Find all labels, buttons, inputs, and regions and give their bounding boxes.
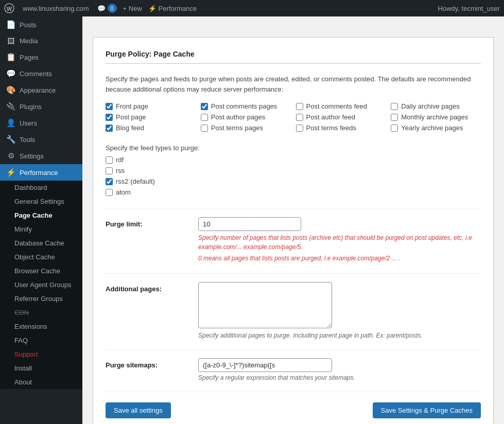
purge-limit-input[interactable]: [198, 217, 301, 231]
checkbox-atom[interactable]: atom: [106, 188, 481, 196]
submenu-dashboard[interactable]: Dashboard: [0, 181, 82, 195]
media-icon: 🖼: [6, 37, 15, 45]
howdy-text: Howdy, tecmint_user: [438, 5, 500, 12]
svg-text:W: W: [7, 6, 12, 12]
checkbox-monthly-archive[interactable]: Monthly archive pages: [391, 113, 481, 121]
checkbox-post-comments-feed[interactable]: Post comments feed: [296, 102, 386, 110]
additional-pages-label: Additional pages:: [106, 282, 188, 293]
sidebar-item-comments[interactable]: 💬 Comments: [0, 65, 82, 82]
top-bar-actions: 💬 0 + New ⚡ Performance: [97, 4, 197, 13]
checkbox-yearly-archive[interactable]: Yearly archive pages: [391, 124, 481, 132]
users-icon: 👤: [6, 118, 15, 128]
sidebar-item-appearance[interactable]: 🎨 Appearance: [0, 82, 82, 98]
main-content: Purge Policy: Page Cache Specify the pag…: [82, 16, 504, 424]
sidebar-item-settings[interactable]: ⚙ Settings: [0, 148, 82, 164]
submenu-about[interactable]: About: [0, 375, 82, 389]
settings-icon: ⚙: [6, 151, 15, 161]
comment-icon: 💬: [97, 5, 106, 12]
checkbox-rss[interactable]: rss: [106, 167, 481, 174]
checkbox-daily-archive[interactable]: Daily archive pages: [391, 102, 481, 110]
performance-plugin-link[interactable]: ⚡ Performance: [148, 5, 197, 12]
submenu-support[interactable]: Support: [0, 347, 82, 361]
purge-limit-help1: Specify number of pages that lists posts…: [198, 233, 481, 252]
comments-nav-icon: 💬: [6, 69, 15, 78]
submenu-user-agent-groups[interactable]: User Agent Groups: [0, 278, 82, 292]
sidebar: 📄 Posts 🖼 Media 📋 Pages 💬 Comments 🎨 App…: [0, 16, 82, 424]
sidebar-item-media[interactable]: 🖼 Media: [0, 33, 82, 49]
site-link[interactable]: www.linuxsharing.com: [23, 5, 89, 12]
additional-pages-textarea[interactable]: [198, 282, 332, 328]
feed-types-section: Specify the feed types to purge: rdf rss…: [106, 144, 481, 196]
submenu-install[interactable]: Install: [0, 361, 82, 375]
submenu-minify[interactable]: Minify: [0, 222, 82, 236]
performance-icon: ⚡: [148, 5, 157, 12]
new-button[interactable]: + New: [123, 5, 142, 12]
purge-sitemaps-label: Purge sitemaps:: [106, 358, 188, 369]
submenu-cdn: CDN: [0, 306, 82, 320]
checkbox-post-terms-pages[interactable]: Post terms pages: [201, 124, 291, 132]
checkbox-post-page[interactable]: Post page: [106, 113, 196, 121]
posts-icon: 📄: [6, 20, 15, 29]
wp-logo: W: [4, 3, 14, 13]
top-bar: W www.linuxsharing.com 💬 0 + New ⚡ Perfo…: [0, 0, 504, 16]
sidebar-item-users[interactable]: 👤 Users: [0, 115, 82, 131]
pages-icon: 📋: [6, 52, 15, 62]
purge-sitemaps-row: Purge sitemaps: Specify a regular expres…: [106, 349, 481, 381]
checkbox-post-author-feed[interactable]: Post author feed: [296, 113, 386, 121]
submenu-database-cache[interactable]: Database Cache: [0, 236, 82, 250]
purge-sitemaps-help: Specify a regular expression that matche…: [198, 374, 481, 381]
performance-submenu: Dashboard General Settings Page Cache Mi…: [0, 181, 82, 389]
checkbox-blog-feed[interactable]: Blog feed: [106, 124, 196, 132]
submenu-general-settings[interactable]: General Settings: [0, 195, 82, 208]
save-all-button[interactable]: Save all settings: [106, 402, 171, 418]
additional-pages-row: Additional pages: Specify additional pag…: [106, 273, 481, 339]
sidebar-item-pages[interactable]: 📋 Pages: [0, 49, 82, 65]
performance-nav-icon: ⚡: [6, 168, 15, 177]
submenu-referrer-groups[interactable]: Referrer Groups: [0, 292, 82, 306]
purge-limit-help2: 0 means all pages that lists posts are p…: [198, 254, 481, 263]
checkbox-post-author-pages[interactable]: Post author pages: [201, 113, 291, 121]
appearance-icon: 🎨: [6, 85, 15, 95]
submenu-extensions[interactable]: Extensions: [0, 320, 82, 333]
submenu-object-cache[interactable]: Object Cache: [0, 250, 82, 264]
description: Specify the pages and feeds to purge whe…: [106, 74, 481, 94]
pages-checkbox-grid: Front page Post comments pages Post comm…: [106, 102, 481, 132]
checkbox-post-terms-feeds[interactable]: Post terms feeds: [296, 124, 386, 132]
layout: 📄 Posts 🖼 Media 📋 Pages 💬 Comments 🎨 App…: [0, 16, 504, 424]
comments-button[interactable]: 💬 0: [97, 4, 117, 13]
purge-limit-label: Purge limit:: [106, 217, 188, 228]
checkbox-post-comments-pages[interactable]: Post comments pages: [201, 102, 291, 110]
additional-pages-field: Specify additional pages to purge. Inclu…: [198, 282, 481, 339]
submenu-browser-cache[interactable]: Browser Cache: [0, 264, 82, 278]
sidebar-item-plugins[interactable]: 🔌 Plugins: [0, 98, 82, 115]
footer-buttons: Save all settings Save Settings & Purge …: [106, 392, 481, 418]
sidebar-item-posts[interactable]: 📄 Posts: [0, 16, 82, 33]
purge-limit-field: Specify number of pages that lists posts…: [198, 217, 481, 263]
sidebar-item-performance[interactable]: ⚡ Performance: [0, 164, 82, 181]
purge-sitemaps-field: Specify a regular expression that matche…: [198, 358, 481, 381]
checkbox-rss2[interactable]: rss2 (default): [106, 178, 481, 185]
sidebar-item-tools[interactable]: 🔧 Tools: [0, 131, 82, 148]
purge-policy-card: Purge Policy: Page Cache Specify the pag…: [93, 37, 494, 424]
submenu-faq[interactable]: FAQ: [0, 333, 82, 347]
card-title: Purge Policy: Page Cache: [106, 50, 481, 64]
plugins-icon: 🔌: [6, 102, 15, 111]
checkbox-rdf[interactable]: rdf: [106, 156, 481, 164]
save-purge-button[interactable]: Save Settings & Purge Caches: [373, 402, 481, 418]
feed-checkboxes: rdf rss rss2 (default) atom: [106, 156, 481, 196]
comment-count: 0: [108, 4, 117, 13]
checkbox-front-page[interactable]: Front page: [106, 102, 196, 110]
purge-sitemaps-input[interactable]: [198, 358, 332, 372]
feed-section-label: Specify the feed types to purge:: [106, 144, 481, 152]
purge-limit-row: Purge limit: Specify number of pages tha…: [106, 208, 481, 263]
additional-pages-help: Specify additional pages to purge. Inclu…: [198, 332, 481, 339]
submenu-page-cache[interactable]: Page Cache: [0, 208, 82, 222]
tools-icon: 🔧: [6, 135, 15, 144]
